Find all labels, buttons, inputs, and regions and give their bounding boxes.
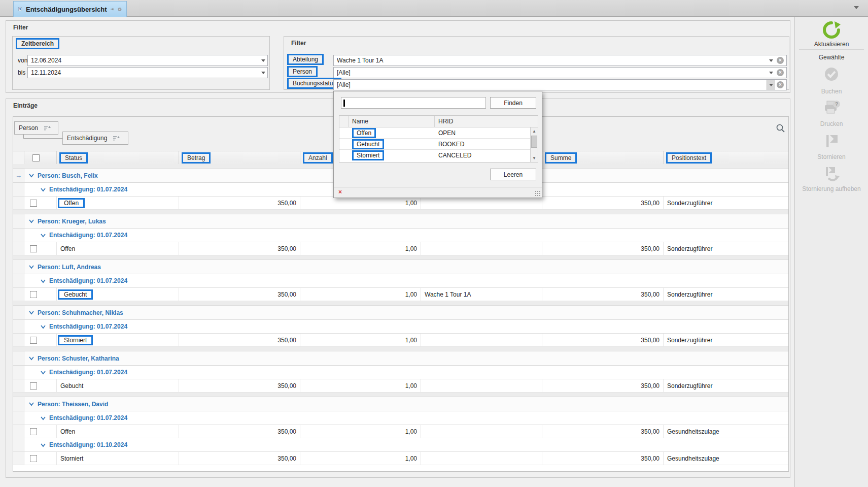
row-checkbox[interactable]: [30, 291, 37, 298]
finden-button[interactable]: Finden: [490, 97, 536, 109]
stornierung-aufheben-button[interactable]: Stornierung aufheben: [795, 185, 868, 192]
data-row[interactable]: Gebucht350,001,00350,00Sonderzugführer: [13, 379, 788, 393]
person-group-row[interactable]: Person: Krueger, Lukas: [13, 214, 788, 229]
row-checkbox[interactable]: [30, 382, 37, 389]
popup-resize-grip[interactable]: [535, 190, 540, 196]
collapse-chevron-icon[interactable]: [29, 356, 34, 361]
abteilung-clear-icon[interactable]: ×: [777, 57, 784, 64]
scroll-down-icon[interactable]: ▼: [531, 154, 538, 162]
collapse-chevron-icon[interactable]: [41, 370, 46, 375]
aktualisieren-button[interactable]: Aktualisieren: [795, 41, 868, 48]
scroll-up-icon[interactable]: ▲: [531, 127, 538, 135]
group-by-entschaedigung[interactable]: Entschädigung: [62, 132, 128, 145]
von-label: von: [18, 57, 27, 64]
data-row[interactable]: Storniert350,001,00350,00Gesundheitszula…: [13, 452, 788, 465]
entschaedigung-group-row[interactable]: Entschädigung: 01.07.2024: [13, 366, 788, 379]
data-row[interactable]: Offen350,001,00350,00Gesundheitszulage: [13, 425, 788, 438]
popup-footer: ×: [334, 187, 542, 198]
row-indicator: [13, 288, 24, 301]
row-checkbox[interactable]: [30, 200, 37, 207]
group-by-person[interactable]: Person: [14, 121, 58, 135]
search-icon[interactable]: [776, 123, 785, 133]
person-group-label: Person: Luft, Andreas: [29, 260, 101, 274]
collapse-chevron-icon[interactable]: [29, 310, 34, 315]
popup-column-hrid[interactable]: HRID: [435, 116, 538, 127]
popup-row-gebucht[interactable]: Gebucht BOOKED: [339, 139, 538, 150]
popup-column-name[interactable]: Name: [349, 116, 435, 127]
collapse-chevron-icon[interactable]: [41, 233, 46, 238]
betrag-cell: 350,00: [179, 452, 300, 465]
collapse-chevron-icon[interactable]: [29, 219, 34, 223]
status-cell: Offen: [57, 425, 179, 438]
collapse-chevron-icon[interactable]: [29, 173, 34, 178]
entschaedigung-group-row[interactable]: Entschädigung: 01.07.2024: [13, 229, 788, 242]
row-indicator: [13, 306, 24, 319]
filter-groupbox-title: Filter: [13, 24, 28, 31]
buchen-button[interactable]: Buchen: [795, 88, 868, 95]
abteilung-dropdown-icon[interactable]: [767, 55, 775, 66]
row-checkbox[interactable]: [30, 245, 37, 252]
collapse-chevron-icon[interactable]: [29, 265, 34, 269]
von-date-input[interactable]: 12.06.2024: [27, 55, 268, 66]
close-tab-icon[interactable]: [118, 6, 122, 13]
column-header-betrag[interactable]: Betrag: [179, 151, 300, 164]
pin-icon[interactable]: [111, 6, 114, 13]
popup-row-storniert[interactable]: Storniert CANCELED: [339, 150, 538, 161]
person-group-row[interactable]: Person: Schuster, Katharina: [13, 351, 788, 366]
data-row[interactable]: Storniert350,001,00350,00Sonderzugführer: [13, 334, 788, 347]
row-indicator: [13, 379, 24, 392]
row-checkbox[interactable]: [30, 428, 37, 435]
stornieren-button[interactable]: Stornieren: [795, 153, 868, 160]
anzahl-cell: 1,00: [300, 334, 421, 346]
data-row[interactable]: Offen350,001,00350,00Sonderzugführer: [13, 242, 788, 255]
collapse-chevron-icon[interactable]: [29, 402, 34, 406]
row-checkbox-cell: [24, 288, 57, 301]
collapse-chevron-icon[interactable]: [41, 187, 46, 192]
popup-close-icon[interactable]: ×: [338, 189, 342, 195]
column-header-status[interactable]: Status: [57, 151, 179, 164]
tab-list-dropdown-icon[interactable]: [854, 6, 859, 9]
popup-gebucht-label: Gebucht: [352, 139, 384, 149]
column-header-summe[interactable]: Summe: [542, 151, 664, 164]
select-all-checkbox[interactable]: [32, 154, 40, 161]
refresh-icon[interactable]: [822, 21, 841, 39]
row-checkbox[interactable]: [30, 337, 37, 344]
collapse-chevron-icon[interactable]: [41, 324, 46, 329]
person-dropdown-icon[interactable]: [767, 68, 775, 78]
drucken-button[interactable]: Drucken: [795, 120, 868, 127]
bis-dropdown-icon[interactable]: [259, 68, 267, 78]
row-checkbox[interactable]: [30, 455, 37, 462]
entschaedigung-group-row[interactable]: Entschädigung: 01.10.2024: [13, 438, 788, 452]
row-indicator: [13, 274, 24, 287]
entschaedigung-group-row[interactable]: Entschädigung: 01.07.2024: [13, 274, 788, 288]
column-header-positionstext[interactable]: Positionstext: [664, 151, 788, 164]
person-group-row[interactable]: Person: Schuhmacher, Niklas: [13, 306, 788, 320]
buchungsstatus-dropdown-icon[interactable]: [767, 80, 775, 90]
entschaedigung-group-row[interactable]: Entschädigung: 01.07.2024: [13, 411, 788, 425]
popup-search-input[interactable]: [341, 97, 486, 109]
person-group-row[interactable]: Person: Theissen, David: [13, 397, 788, 411]
collapse-chevron-icon[interactable]: [41, 279, 46, 283]
popup-row-offen[interactable]: Offen OPEN: [339, 127, 538, 139]
popup-scrollbar[interactable]: ▲ ▼: [530, 127, 538, 162]
person-clear-icon[interactable]: ×: [777, 69, 784, 76]
data-row[interactable]: Offen350,001,00350,00Sonderzugführer: [13, 197, 788, 210]
bis-date-input[interactable]: 12.11.2024: [27, 67, 268, 78]
collapse-chevron-icon[interactable]: [41, 443, 46, 447]
abteilung-input[interactable]: Wache 1 Tour 1A ×: [333, 55, 787, 66]
row-indicator: [13, 452, 24, 465]
von-dropdown-icon[interactable]: [259, 55, 267, 66]
buchungsstatus-input[interactable]: [Alle] ×: [333, 79, 787, 90]
leeren-button[interactable]: Leeren: [490, 169, 536, 180]
person-group-row[interactable]: Person: Luft, Andreas: [13, 260, 788, 274]
person-filter-input[interactable]: [Alle] ×: [333, 67, 787, 78]
grid-body: →Person: Busch, FelixEntschädigung: 01.0…: [13, 164, 788, 471]
tab-entschaedigungsuebersicht[interactable]: $ Entschädigungsübersicht: [13, 1, 127, 17]
scroll-thumb[interactable]: [531, 136, 537, 148]
buchungsstatus-clear-icon[interactable]: ×: [777, 81, 784, 88]
collapse-chevron-icon[interactable]: [41, 416, 46, 420]
row-checkbox-cell: [24, 379, 57, 392]
group-by-connector: [23, 135, 62, 139]
entschaedigung-group-row[interactable]: Entschädigung: 01.07.2024: [13, 320, 788, 334]
data-row[interactable]: Gebucht350,001,00Wache 1 Tour 1A350,00So…: [13, 288, 788, 301]
